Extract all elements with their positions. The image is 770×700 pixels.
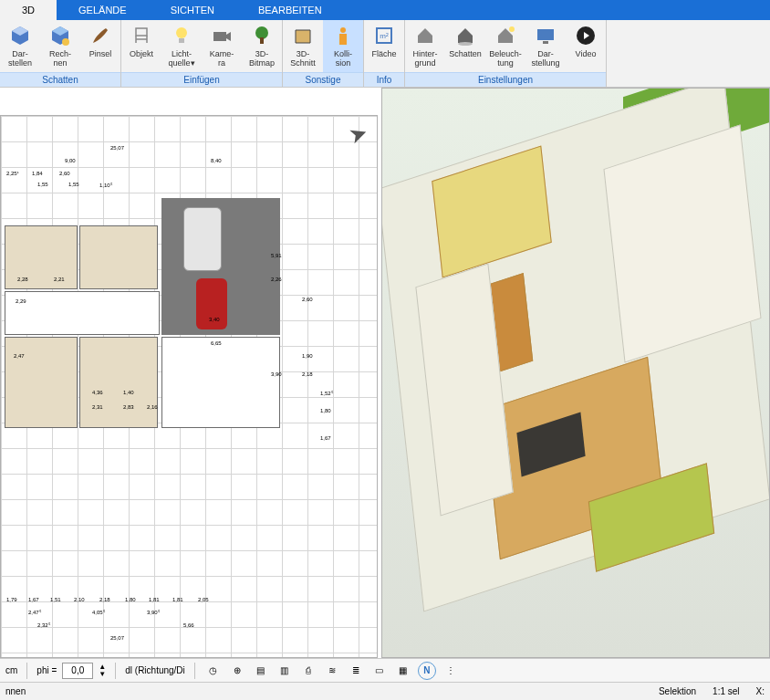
lightbulb-icon bbox=[170, 24, 193, 47]
tool-print-icon[interactable]: ⎙ bbox=[299, 662, 317, 680]
beleuchtung-button[interactable]: Beleuch-tung bbox=[485, 20, 525, 72]
svg-rect-1 bbox=[136, 28, 147, 36]
tool-layers2-icon[interactable]: ▥ bbox=[276, 662, 294, 680]
tool-clock-icon[interactable]: ◷ bbox=[204, 662, 223, 680]
status-scale: 1:1 sel bbox=[713, 686, 739, 696]
svg-point-5 bbox=[255, 26, 268, 39]
view-toolbar: cm phi = ▲▼ dl (Richtung/Di ◷ ⊕ ▤ ▥ ⎙ ≋ … bbox=[0, 658, 770, 682]
svg-text:m²: m² bbox=[380, 32, 389, 40]
house-bg-icon bbox=[413, 24, 437, 47]
svg-point-7 bbox=[340, 27, 346, 33]
svg-point-0 bbox=[62, 38, 69, 46]
ribbon-group-schatten: Dar-stellen Rech-nen Pinsel Schatten bbox=[0, 20, 121, 87]
tool-stack1-icon[interactable]: ≋ bbox=[323, 662, 341, 680]
house-shadow-icon bbox=[453, 24, 477, 47]
kollision-button[interactable]: Kolli-sion bbox=[323, 20, 363, 72]
camera-icon bbox=[210, 24, 234, 47]
ribbon-group-einstellungen: Hinter-grund Schatten Beleuch-tung Dar-s… bbox=[405, 20, 607, 87]
group-label-einfuegen: Einfügen bbox=[121, 72, 282, 87]
tool-layers1-icon[interactable]: ▤ bbox=[252, 662, 270, 680]
phi-stepper[interactable]: ▲▼ bbox=[99, 663, 106, 678]
group-label-schatten: Schatten bbox=[0, 72, 120, 87]
phi-label: phi = bbox=[36, 665, 57, 675]
tool-more-icon[interactable]: ⋮ bbox=[442, 662, 460, 680]
cube-calc-icon bbox=[48, 24, 72, 47]
main-tab-strip: 3D GELÄNDE SICHTEN BEARBEITEN bbox=[0, 0, 770, 20]
room-5 bbox=[161, 337, 280, 428]
ribbon-group-einfuegen: Objekt Licht-quelle▾ Kame-ra 3D-Bitmap E… bbox=[121, 20, 283, 87]
svg-rect-3 bbox=[179, 38, 184, 43]
tool-grid-icon[interactable]: ▦ bbox=[394, 662, 412, 680]
darstellung-button[interactable]: Dar-stellung bbox=[525, 20, 566, 72]
svg-point-10 bbox=[458, 42, 473, 46]
tool-stack2-icon[interactable]: ≣ bbox=[347, 662, 365, 680]
status-bar: nnen Selektion 1:1 sel X: bbox=[0, 682, 770, 700]
video-button[interactable]: Video bbox=[566, 20, 606, 72]
status-coord: X: bbox=[756, 686, 765, 696]
workspace: ➤ 25,07 9,00 8,40 2,25¹ 1,84 2,60 1,55 1… bbox=[0, 88, 770, 658]
group-label-info: Info bbox=[364, 72, 404, 87]
3d-schnitt-button[interactable]: 3D-Schnitt bbox=[283, 20, 323, 72]
room-3 bbox=[5, 337, 78, 428]
ribbon: Dar-stellen Rech-nen Pinsel Schatten Obj… bbox=[0, 20, 770, 88]
svg-point-11 bbox=[509, 26, 515, 32]
svg-rect-12 bbox=[537, 29, 554, 40]
2d-plan-view[interactable]: ➤ 25,07 9,00 8,40 2,25¹ 1,84 2,60 1,55 1… bbox=[0, 115, 378, 658]
rechnen-button[interactable]: Rech-nen bbox=[40, 20, 80, 72]
group-label-sonstige: Sonstige bbox=[283, 72, 363, 87]
room-2 bbox=[79, 225, 158, 289]
room-1 bbox=[5, 225, 78, 289]
hallway bbox=[5, 291, 160, 335]
svg-point-2 bbox=[176, 27, 187, 38]
tab-3d[interactable]: 3D bbox=[0, 0, 57, 20]
area-icon: m² bbox=[372, 24, 396, 47]
chair-icon bbox=[130, 24, 153, 47]
svg-rect-6 bbox=[260, 37, 264, 44]
dl-label: dl (Richtung/Di bbox=[125, 665, 185, 675]
schatten2-button[interactable]: Schatten bbox=[445, 20, 485, 72]
section-icon bbox=[291, 24, 315, 47]
group-label-einstellungen: Einstellungen bbox=[405, 72, 606, 87]
iso-scene bbox=[382, 89, 769, 657]
room-4 bbox=[79, 337, 158, 428]
person-icon bbox=[331, 24, 355, 47]
3d-render-view[interactable] bbox=[381, 88, 770, 658]
play-icon bbox=[574, 24, 598, 47]
cube-icon bbox=[8, 24, 32, 47]
car-white bbox=[183, 207, 222, 271]
flaeche-button[interactable]: m² Fläche bbox=[364, 20, 404, 72]
status-hint: nnen bbox=[5, 686, 26, 696]
ribbon-group-info: m² Fläche Info bbox=[364, 20, 405, 87]
tool-sheet-icon[interactable]: ▭ bbox=[370, 662, 389, 680]
kamera-button[interactable]: Kame-ra bbox=[202, 20, 242, 72]
house-light-icon bbox=[494, 24, 517, 47]
3d-bitmap-button[interactable]: 3D-Bitmap bbox=[242, 20, 282, 72]
objekt-button[interactable]: Objekt bbox=[121, 20, 161, 72]
lichtquelle-button[interactable]: Licht-quelle▾ bbox=[161, 20, 202, 72]
svg-rect-13 bbox=[543, 41, 548, 44]
pinsel-button[interactable]: Pinsel bbox=[80, 20, 120, 72]
status-selection: Selektion bbox=[659, 686, 696, 696]
tool-n-icon[interactable]: N bbox=[418, 662, 436, 680]
unit-label: cm bbox=[5, 665, 17, 675]
tree-icon bbox=[250, 24, 274, 47]
brush-icon bbox=[88, 24, 112, 47]
tab-sichten[interactable]: SICHTEN bbox=[149, 0, 236, 20]
ribbon-group-sonstige: 3D-Schnitt Kolli-sion Sonstige bbox=[283, 20, 364, 87]
tab-bearbeiten[interactable]: BEARBEITEN bbox=[236, 0, 344, 20]
monitor-icon bbox=[534, 24, 557, 47]
phi-input[interactable] bbox=[62, 663, 93, 679]
svg-rect-4 bbox=[213, 32, 226, 41]
hintergrund-button[interactable]: Hinter-grund bbox=[405, 20, 445, 72]
darstellen-button[interactable]: Dar-stellen bbox=[0, 20, 40, 72]
tool-target-icon[interactable]: ⊕ bbox=[228, 662, 246, 680]
tab-gelaende[interactable]: GELÄNDE bbox=[57, 0, 149, 20]
